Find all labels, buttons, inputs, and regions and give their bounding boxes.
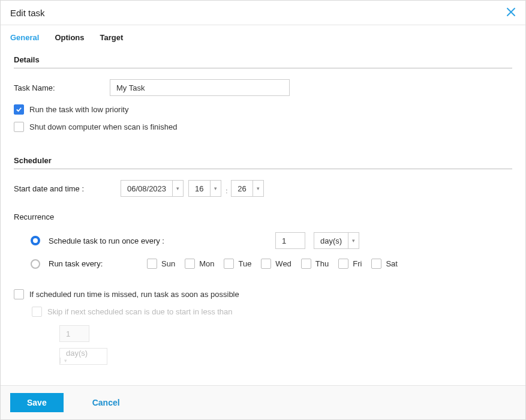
day-fri-checkbox[interactable]	[338, 259, 348, 269]
tab-options[interactable]: Options	[55, 33, 84, 42]
task-name-label: Task Name:	[14, 83, 110, 92]
day-mon-checkbox[interactable]	[185, 259, 195, 269]
start-datetime-label: Start date and time :	[14, 184, 121, 193]
tab-bar: General Options Target	[1, 25, 525, 49]
recurrence-every-n-label: Schedule task to run once every :	[49, 236, 229, 245]
start-hour-value: 16	[189, 181, 209, 196]
details-section-title: Details	[14, 55, 512, 68]
chevron-down-icon[interactable]: ▾	[253, 181, 263, 196]
day-thu-label: Thu	[315, 259, 329, 268]
task-name-input[interactable]	[110, 79, 290, 96]
recurrence-weekly-radio[interactable]	[31, 259, 40, 269]
day-sat-checkbox[interactable]	[371, 259, 381, 269]
start-minute-value: 26	[232, 181, 252, 196]
skip-value-input	[59, 325, 89, 342]
chevron-down-icon[interactable]: ▾	[172, 181, 183, 196]
weekday-group: Sun Mon Tue Wed Thu Fri Sat	[147, 259, 398, 269]
shutdown-checkbox[interactable]	[14, 122, 24, 132]
day-sun-label: Sun	[161, 259, 175, 268]
recurrence-label: Recurrence	[14, 212, 512, 221]
every-n-value-input[interactable]	[275, 232, 305, 249]
time-separator: :	[226, 188, 228, 194]
start-date-value: 06/08/2023	[121, 181, 172, 196]
dialog-title: Edit task	[10, 8, 45, 18]
every-n-unit-select[interactable]: day(s) ▾	[314, 232, 359, 249]
missed-run-label: If scheduled run time is missed, run tas…	[29, 290, 239, 299]
low-priority-checkbox[interactable]	[14, 104, 24, 115]
start-date-select[interactable]: 06/08/2023 ▾	[121, 180, 184, 197]
skip-unit-select: day(s) ▾	[59, 348, 107, 365]
day-mon-label: Mon	[199, 259, 214, 268]
recurrence-weekly-label: Run task every:	[49, 259, 139, 268]
skip-unit-value: day(s)	[60, 349, 107, 358]
day-tue-checkbox[interactable]	[224, 259, 234, 269]
shutdown-label: Shut down computer when scan is finished	[29, 122, 177, 131]
low-priority-label: Run the task with low priority	[29, 105, 128, 114]
tab-general[interactable]: General	[10, 33, 39, 42]
save-button[interactable]: Save	[10, 393, 64, 412]
day-tue-label: Tue	[238, 259, 251, 268]
tab-target[interactable]: Target	[100, 33, 124, 42]
missed-run-checkbox[interactable]	[14, 289, 24, 299]
start-minute-select[interactable]: 26 ▾	[231, 180, 263, 197]
cancel-button[interactable]: Cancel	[92, 398, 120, 407]
day-sat-label: Sat	[386, 259, 398, 268]
day-wed-checkbox[interactable]	[261, 259, 271, 269]
day-wed-label: Wed	[275, 259, 291, 268]
skip-checkbox	[32, 307, 42, 317]
chevron-down-icon[interactable]: ▾	[210, 181, 221, 196]
recurrence-every-n-radio[interactable]	[31, 236, 40, 245]
day-fri-label: Fri	[353, 259, 362, 268]
close-icon[interactable]	[506, 7, 516, 19]
scheduler-section-title: Scheduler	[14, 156, 512, 169]
day-thu-checkbox[interactable]	[301, 259, 311, 269]
start-hour-select[interactable]: 16 ▾	[188, 180, 221, 197]
skip-label: Skip if next scheduled scan is due to st…	[47, 307, 233, 316]
day-sun-checkbox[interactable]	[147, 259, 157, 269]
every-n-unit-value: day(s)	[314, 233, 348, 248]
chevron-down-icon[interactable]: ▾	[348, 233, 359, 248]
chevron-down-icon: ▾	[60, 358, 71, 364]
